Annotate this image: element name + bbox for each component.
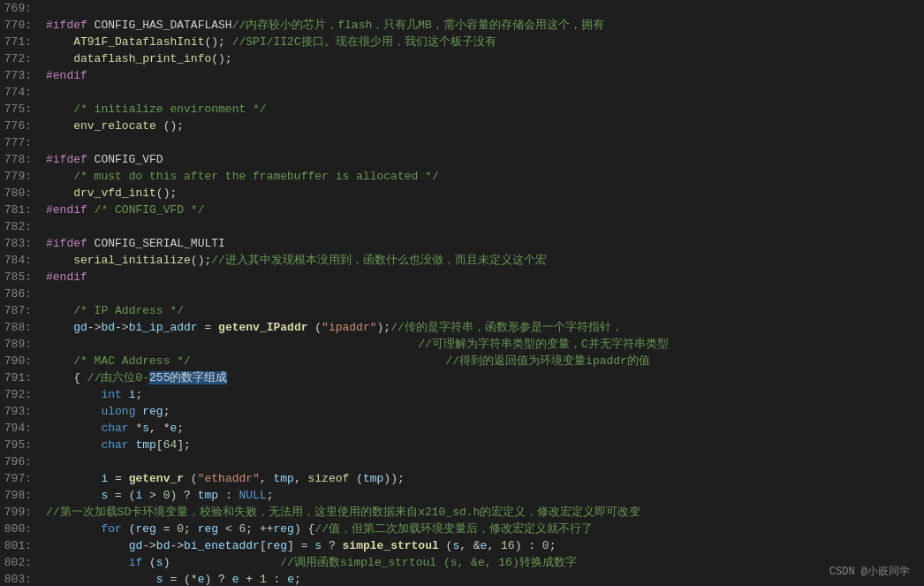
line-content: //第一次加载SD卡环境变量，校验和失败，无法用，这里使用的数据来自x210_s… (42, 504, 924, 521)
code-editor: 769: 770: #ifdef CONFIG_HAS_DATAFLASH//内… (0, 0, 924, 586)
line-number: 781: (0, 202, 42, 218)
code-line-769: 769: (0, 0, 924, 17)
line-content: AT91F_DataflashInit(); //SPI/II2C接口。现在很少… (42, 34, 924, 50)
line-number: 800: (0, 521, 42, 537)
watermark: CSDN @小嵌同学 (829, 564, 910, 579)
line-number: 787: (0, 302, 42, 319)
line-number: 771: (0, 34, 42, 50)
line-content: char *s, *e; (42, 420, 924, 437)
code-line-778: 778: #ifdef CONFIG_VFD (0, 151, 924, 168)
code-line-795: 795: char tmp[64]; (0, 437, 924, 453)
code-line-781: 781: #endif /* CONFIG_VFD */ (0, 202, 924, 218)
line-content: s = (i > 0) ? tmp : NULL; (42, 487, 924, 504)
line-content: /* must do this after the framebuffer is… (42, 168, 924, 185)
line-number: 797: (0, 470, 42, 487)
code-line-787: 787: /* IP Address */ (0, 302, 924, 319)
code-line-803: 803: s = (*e) ? e + 1 : e; (0, 571, 924, 586)
code-line-790: 790: /* MAC Address */ //得到的返回值为环境变量ipad… (0, 353, 924, 369)
line-number: 784: (0, 252, 42, 269)
line-number: 775: (0, 101, 42, 118)
line-content: s = (*e) ? e + 1 : e; (42, 571, 924, 586)
line-number: 776: (0, 118, 42, 134)
line-content: //可理解为字符串类型的变量，C并无字符串类型 (42, 336, 924, 353)
line-content: env_relocate (); (42, 118, 924, 134)
line-number: 791: (0, 369, 42, 386)
code-line-779: 779: /* must do this after the framebuff… (0, 168, 924, 185)
code-line-782: 782: (0, 218, 924, 235)
line-content: ulong reg; (42, 403, 924, 420)
line-number: 786: (0, 285, 42, 302)
line-number: 780: (0, 185, 42, 202)
line-content: for (reg = 0; reg < 6; ++reg) {//值，但第二次加… (42, 521, 924, 537)
line-number: 773: (0, 67, 42, 84)
line-content: int i; (42, 386, 924, 403)
line-number: 801: (0, 537, 42, 554)
line-number: 802: (0, 554, 42, 571)
code-line-772: 772: dataflash_print_info(); (0, 50, 924, 67)
line-content: if (s) //调用函数simple_strtoul (s, &e, 16)转… (42, 554, 924, 571)
line-content: /* initialize environment */ (42, 101, 924, 118)
line-content: i = getenv_r ("ethaddr", tmp, sizeof (tm… (42, 470, 924, 487)
code-line-783: 783: #ifdef CONFIG_SERIAL_MULTI (0, 235, 924, 252)
code-line-793: 793: ulong reg; (0, 403, 924, 420)
code-line-794: 794: char *s, *e; (0, 420, 924, 437)
code-line-801: 801: gd->bd->bi_enetaddr[reg] = s ? simp… (0, 537, 924, 554)
line-content: /* IP Address */ (42, 302, 924, 319)
line-number: 799: (0, 504, 42, 521)
line-content: #ifdef CONFIG_SERIAL_MULTI (42, 235, 924, 252)
line-number: 772: (0, 50, 42, 67)
code-line-784: 784: serial_initialize();//进入其中发现根本没用到，函… (0, 252, 924, 269)
code-line-785: 785: #endif (0, 269, 924, 285)
code-line-800: 800: for (reg = 0; reg < 6; ++reg) {//值，… (0, 521, 924, 537)
line-number: 794: (0, 420, 42, 437)
line-number: 796: (0, 453, 42, 470)
line-content: serial_initialize();//进入其中发现根本没用到，函数什么也没… (42, 252, 924, 269)
line-number: 785: (0, 269, 42, 285)
line-content: #endif /* CONFIG_VFD */ (42, 202, 924, 218)
code-line-797: 797: i = getenv_r ("ethaddr", tmp, sizeo… (0, 470, 924, 487)
line-number: 793: (0, 403, 42, 420)
code-line-774: 774: (0, 84, 924, 101)
text-selection: 255的数字组成 (149, 371, 227, 384)
code-line-786: 786: (0, 285, 924, 302)
line-content: /* MAC Address */ //得到的返回值为环境变量ipaddr的值 (42, 353, 924, 369)
code-line-798: 798: s = (i > 0) ? tmp : NULL; (0, 487, 924, 504)
code-line-799: 799: //第一次加载SD卡环境变量，校验和失败，无法用，这里使用的数据来自x… (0, 504, 924, 521)
code-line-788: 788: gd->bd->bi_ip_addr = getenv_IPaddr … (0, 319, 924, 336)
code-line-780: 780: drv_vfd_init(); (0, 185, 924, 202)
code-line-802: 802: if (s) //调用函数simple_strtoul (s, &e,… (0, 554, 924, 571)
code-line-770: 770: #ifdef CONFIG_HAS_DATAFLASH//内存较小的芯… (0, 17, 924, 34)
code-line-771: 771: AT91F_DataflashInit(); //SPI/II2C接口… (0, 34, 924, 50)
code-line-775: 775: /* initialize environment */ (0, 101, 924, 118)
code-line-789: 789: //可理解为字符串类型的变量，C并无字符串类型 (0, 336, 924, 353)
code-line-791: 791: { //由六位0-255的数字组成 (0, 369, 924, 386)
code-line-792: 792: int i; (0, 386, 924, 403)
code-line-773: 773: #endif (0, 67, 924, 84)
line-number: 769: (0, 0, 42, 17)
line-content: #endif (42, 67, 924, 84)
line-number: 788: (0, 319, 42, 336)
line-number: 778: (0, 151, 42, 168)
line-number: 803: (0, 571, 42, 586)
line-content: char tmp[64]; (42, 437, 924, 453)
line-content: dataflash_print_info(); (42, 50, 924, 67)
code-line-777: 777: (0, 134, 924, 151)
line-number: 774: (0, 84, 42, 101)
line-content: gd->bd->bi_enetaddr[reg] = s ? simple_st… (42, 537, 924, 554)
line-number: 783: (0, 235, 42, 252)
code-line-796: 796: (0, 453, 924, 470)
line-number: 790: (0, 353, 42, 369)
code-line-776: 776: env_relocate (); (0, 118, 924, 134)
line-number: 777: (0, 134, 42, 151)
line-number: 779: (0, 168, 42, 185)
line-number: 782: (0, 218, 42, 235)
line-content: #ifdef CONFIG_HAS_DATAFLASH//内存较小的芯片，fla… (42, 17, 924, 34)
line-number: 798: (0, 487, 42, 504)
line-content: #endif (42, 269, 924, 285)
line-content: drv_vfd_init(); (42, 185, 924, 202)
line-content: gd->bd->bi_ip_addr = getenv_IPaddr ("ipa… (42, 319, 924, 336)
line-number: 789: (0, 336, 42, 353)
line-content: { //由六位0-255的数字组成 (42, 369, 924, 386)
code-content: 769: 770: #ifdef CONFIG_HAS_DATAFLASH//内… (0, 0, 924, 586)
line-number: 770: (0, 17, 42, 34)
